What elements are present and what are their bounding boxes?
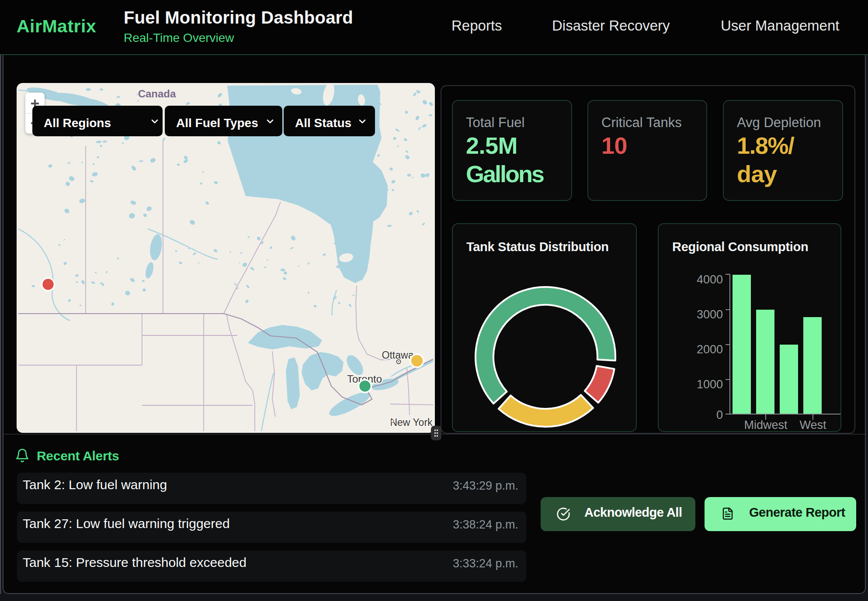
svg-text:Canada: Canada: [138, 88, 176, 100]
svg-text:0: 0: [716, 408, 723, 421]
svg-text:4000: 4000: [697, 273, 723, 286]
svg-text:1000: 1000: [697, 378, 723, 391]
svg-text:2000: 2000: [697, 343, 723, 356]
svg-text:Midwest: Midwest: [744, 418, 788, 432]
svg-text:Ottawa: Ottawa: [382, 349, 414, 361]
svg-text:3000: 3000: [697, 308, 723, 321]
svg-text:West: West: [799, 418, 826, 432]
svg-text:New York: New York: [390, 417, 433, 428]
